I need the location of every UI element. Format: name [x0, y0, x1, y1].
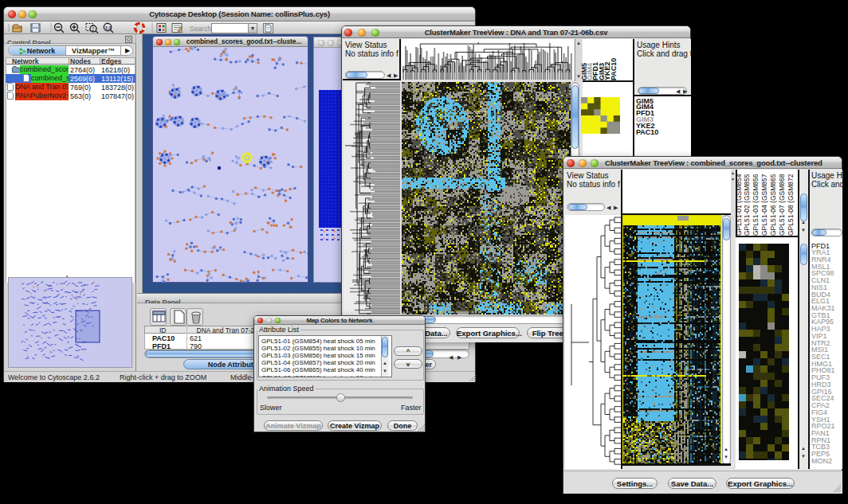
svg-text:1:1: 1:1: [105, 25, 111, 30]
